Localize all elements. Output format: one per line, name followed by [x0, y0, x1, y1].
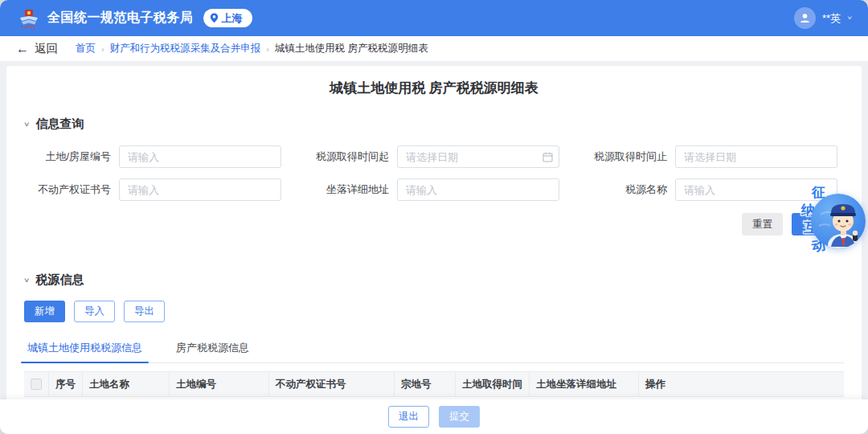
back-label: 返回 — [35, 41, 58, 56]
svg-text:中国税务: 中国税务 — [22, 25, 37, 29]
assistant-mascot-icon — [811, 194, 866, 248]
app-title: 全国统一规范电子税务局 — [47, 10, 194, 27]
user-name: **英 — [822, 11, 841, 26]
breadcrumb-separator-icon: › — [101, 44, 104, 54]
content-card: 城镇土地使用税 房产税税源明细表 ˅ 信息查询 土地/房屋编号 税源取得时间起 — [6, 66, 862, 399]
person-icon — [799, 12, 811, 24]
property-cert-number-input[interactable] — [119, 178, 281, 201]
field-acquire-date-end: 税源取得时间止 — [580, 145, 837, 168]
app-header: 中国税务 全国统一规范电子税务局 上海 **英 ˅ — [0, 0, 868, 36]
source-table: 序号 土地名称 土地编号 不动产权证书号 宗地号 土地取得时间 土地坐落详细地址… — [24, 371, 844, 399]
main-area: 城镇土地使用税 房产税税源明细表 ˅ 信息查询 土地/房屋编号 税源取得时间起 — [0, 61, 868, 399]
source-section: ˅ 税源信息 新增 导入 导出 城镇土地使用税税源信息 房产税税源信息 — [24, 272, 844, 399]
col-parcel-number: 宗地号 — [395, 372, 456, 397]
field-label: 税源取得时间起 — [302, 149, 397, 164]
field-acquire-date-start: 税源取得时间起 — [302, 145, 559, 168]
submit-button[interactable]: 提交 — [439, 406, 480, 428]
breadcrumb: 首页 › 财产和行为税税源采集及合并申报 › 城镇土地使用税 房产税税源明细表 — [76, 42, 428, 55]
breadcrumb-separator-icon: › — [266, 44, 269, 54]
exit-button[interactable]: 退出 — [388, 406, 429, 428]
tab-property-tax[interactable]: 房产税税源信息 — [173, 335, 252, 362]
col-serial: 序号 — [49, 372, 83, 397]
footer-bar: 退出 提交 — [0, 399, 868, 434]
col-land-number: 土地编号 — [170, 372, 269, 397]
field-label: 坐落详细地址 — [302, 182, 397, 197]
acquire-date-end-input[interactable] — [675, 145, 837, 168]
reset-button[interactable]: 重置 — [742, 213, 783, 235]
interaction-assistant-widget[interactable]: 征 纳 互 动 — [794, 183, 868, 260]
breadcrumb-collection[interactable]: 财产和行为税税源采集及合并申报 — [110, 42, 261, 55]
add-button[interactable]: 新增 — [24, 301, 65, 322]
query-form: 土地/房屋编号 税源取得时间起 税源取得时间止 — [24, 145, 837, 201]
col-land-name: 土地名称 — [83, 372, 170, 397]
field-property-cert-number: 不动产权证书号 — [24, 178, 281, 201]
breadcrumb-bar: ← 返回 首页 › 财产和行为税税源采集及合并申报 › 城镇土地使用税 房产税税… — [0, 36, 868, 61]
land-house-number-input[interactable] — [119, 145, 281, 168]
detail-address-input[interactable] — [397, 178, 559, 201]
chevron-down-icon: ˅ — [847, 14, 852, 22]
location-pin-icon — [210, 13, 219, 23]
col-cert-number: 不动产权证书号 — [269, 372, 395, 397]
back-button[interactable]: ← 返回 — [16, 41, 58, 56]
location-label: 上海 — [222, 11, 243, 26]
breadcrumb-home[interactable]: 首页 — [76, 42, 96, 55]
source-section-header[interactable]: ˅ 税源信息 — [24, 272, 844, 288]
avatar — [794, 7, 816, 29]
query-section-title: 信息查询 — [35, 117, 84, 132]
tax-bureau-logo-icon: 中国税务 — [18, 7, 40, 30]
field-label: 不动产权证书号 — [24, 182, 119, 197]
table-header-row: 序号 土地名称 土地编号 不动产权证书号 宗地号 土地取得时间 土地坐落详细地址… — [24, 372, 844, 397]
col-land-address: 土地坐落详细地址 — [530, 372, 639, 397]
acquire-date-start-input[interactable] — [397, 145, 559, 168]
page-title: 城镇土地使用税 房产税税源明细表 — [24, 79, 844, 97]
chevron-down-icon: ˅ — [24, 276, 29, 284]
query-section-header[interactable]: ˅ 信息查询 — [24, 117, 844, 132]
field-detail-address: 坐落详细地址 — [302, 178, 559, 201]
field-land-house-number: 土地/房屋编号 — [24, 145, 281, 168]
field-label: 税源名称 — [580, 182, 675, 197]
location-selector[interactable]: 上海 — [203, 9, 252, 27]
select-all-cell — [24, 372, 49, 397]
import-button[interactable]: 导入 — [74, 301, 115, 322]
col-actions: 操作 — [639, 372, 845, 397]
export-button[interactable]: 导出 — [124, 301, 165, 322]
tab-urban-land-use-tax[interactable]: 城镇土地使用税税源信息 — [24, 335, 145, 362]
field-label: 税源取得时间止 — [580, 149, 675, 164]
user-menu[interactable]: **英 ˅ — [794, 7, 852, 29]
field-label: 土地/房屋编号 — [24, 149, 119, 164]
query-actions: 重置 查询 — [24, 213, 833, 235]
select-all-checkbox[interactable] — [31, 379, 42, 390]
source-section-title: 税源信息 — [35, 272, 84, 288]
source-toolbar: 新增 导入 导出 — [24, 301, 844, 322]
chevron-down-icon: ˅ — [24, 121, 29, 128]
breadcrumb-current: 城镇土地使用税 房产税税源明细表 — [275, 42, 428, 55]
col-acquire-time: 土地取得时间 — [456, 372, 530, 397]
source-tabs: 城镇土地使用税税源信息 房产税税源信息 — [24, 335, 844, 363]
back-arrow-icon: ← — [16, 43, 29, 55]
app-window: 中国税务 全国统一规范电子税务局 上海 **英 ˅ ← 返回 — [0, 0, 868, 434]
